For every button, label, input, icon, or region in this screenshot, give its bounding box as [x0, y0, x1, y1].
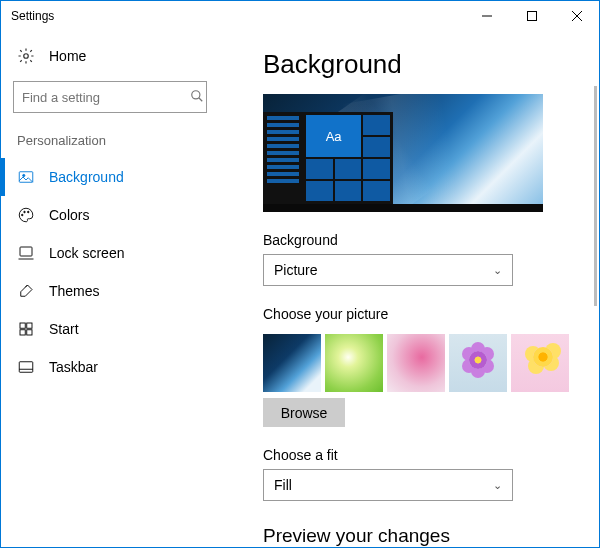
home-button[interactable]: Home — [1, 39, 219, 73]
chevron-down-icon: ⌄ — [493, 264, 502, 277]
nav-item-taskbar[interactable]: Taskbar — [1, 348, 219, 386]
window-title: Settings — [1, 9, 464, 23]
nav-label: Background — [49, 169, 124, 185]
search-input[interactable] — [22, 90, 190, 105]
nav-label: Start — [49, 321, 79, 337]
background-dropdown-label: Background — [263, 232, 581, 248]
svg-point-8 — [23, 174, 25, 176]
picture-thumbnails — [263, 334, 581, 392]
taskbar-icon — [17, 358, 35, 376]
picture-thumb-3[interactable] — [387, 334, 445, 392]
palette-icon — [17, 206, 35, 224]
svg-point-11 — [28, 211, 30, 213]
svg-rect-16 — [20, 330, 25, 335]
picture-thumb-1[interactable] — [263, 334, 321, 392]
picture-icon — [17, 168, 35, 186]
preview-changes-heading: Preview your changes — [263, 525, 581, 547]
nav-label: Lock screen — [49, 245, 124, 261]
fit-dropdown-value: Fill — [274, 477, 292, 493]
nav-item-lockscreen[interactable]: Lock screen — [1, 234, 219, 272]
background-dropdown[interactable]: Picture ⌄ — [263, 254, 513, 286]
desktop-preview: Aa — [263, 94, 543, 212]
fit-dropdown-label: Choose a fit — [263, 447, 581, 463]
picture-thumb-4[interactable] — [449, 334, 507, 392]
minimize-button[interactable] — [464, 1, 509, 31]
maximize-button[interactable] — [509, 1, 554, 31]
home-label: Home — [49, 48, 86, 64]
picture-thumb-2[interactable] — [325, 334, 383, 392]
choose-picture-label: Choose your picture — [263, 306, 581, 322]
section-header: Personalization — [1, 127, 219, 158]
chevron-down-icon: ⌄ — [493, 479, 502, 492]
svg-point-9 — [22, 214, 24, 216]
nav-item-background[interactable]: Background — [1, 158, 219, 196]
nav-label: Colors — [49, 207, 89, 223]
svg-point-10 — [24, 211, 26, 213]
gear-icon — [17, 47, 35, 65]
scrollbar[interactable] — [594, 86, 597, 306]
svg-rect-18 — [19, 362, 33, 373]
preview-sample-text: Aa — [306, 115, 361, 157]
nav-label: Taskbar — [49, 359, 98, 375]
svg-rect-1 — [527, 12, 536, 21]
search-icon — [190, 89, 204, 105]
themes-icon — [17, 282, 35, 300]
sidebar: Home Personalization Background Colors L… — [1, 31, 219, 547]
fit-dropdown[interactable]: Fill ⌄ — [263, 469, 513, 501]
svg-point-4 — [24, 54, 29, 59]
background-dropdown-value: Picture — [274, 262, 318, 278]
svg-rect-17 — [27, 330, 32, 335]
lockscreen-icon — [17, 244, 35, 262]
nav-label: Themes — [49, 283, 100, 299]
page-title: Background — [263, 49, 581, 80]
start-icon — [17, 320, 35, 338]
picture-thumb-5[interactable] — [511, 334, 569, 392]
svg-line-6 — [199, 98, 203, 102]
svg-rect-14 — [20, 323, 25, 328]
window-titlebar: Settings — [1, 1, 599, 31]
window-controls — [464, 1, 599, 31]
nav-item-themes[interactable]: Themes — [1, 272, 219, 310]
svg-point-5 — [192, 91, 200, 99]
close-button[interactable] — [554, 1, 599, 31]
main-content: Background Aa Background Picture ⌄ Choos… — [219, 31, 599, 547]
search-box[interactable] — [13, 81, 207, 113]
nav-item-colors[interactable]: Colors — [1, 196, 219, 234]
browse-button[interactable]: Browse — [263, 398, 345, 428]
svg-rect-15 — [27, 323, 32, 328]
nav-item-start[interactable]: Start — [1, 310, 219, 348]
svg-rect-12 — [20, 247, 32, 256]
